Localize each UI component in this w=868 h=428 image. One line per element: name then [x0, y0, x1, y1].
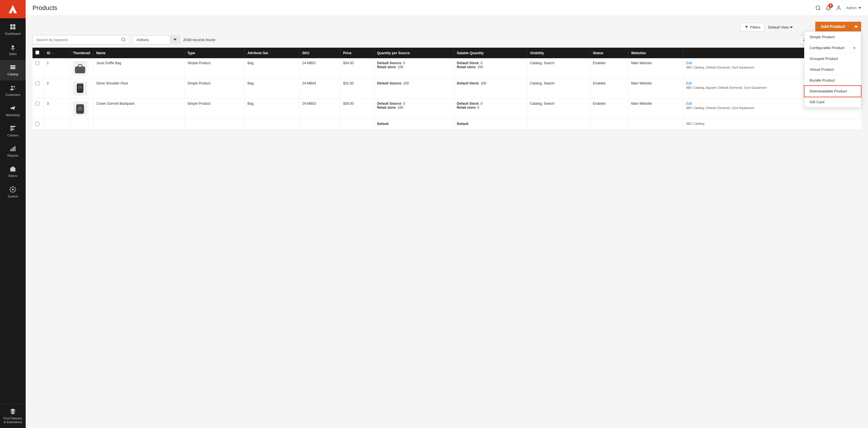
catalog-icon	[9, 64, 16, 71]
sidebar-item-dashboard[interactable]: Dashboard	[0, 20, 26, 40]
logo[interactable]	[0, 0, 26, 18]
row2-edit-link[interactable]: Edit	[686, 81, 692, 85]
dropdown-item-virtual[interactable]: Virtual Product	[804, 64, 861, 75]
row2-visibility: Catalog, Search	[527, 79, 590, 99]
row2-price: $32.00	[340, 79, 374, 99]
sidebar-item-system-label: System	[8, 195, 18, 198]
svg-rect-15	[10, 127, 13, 129]
sidebar-item-marketing[interactable]: Marketing	[0, 101, 26, 121]
th-visibility: Visibility	[527, 48, 590, 58]
dropdown-item-simple[interactable]: Simple Product	[804, 32, 861, 42]
sidebar-item-customers[interactable]: Customers	[0, 81, 26, 101]
content-icon	[9, 125, 16, 132]
table-row: 1 Joust Duffle Bag	[32, 58, 861, 79]
sidebar-item-reports[interactable]: Reports	[0, 141, 26, 162]
sidebar-item-find-partners[interactable]: Find Partners & Extensions	[0, 404, 26, 428]
add-product-toggle-button[interactable]	[851, 22, 861, 31]
sidebar: Dashboard Sales Catalog Customers Market…	[0, 0, 26, 428]
search-box-icon	[121, 37, 126, 42]
products-table: ID ↓ Thumbnail Name Type Attribute Set	[32, 48, 861, 130]
svg-rect-29	[75, 67, 85, 73]
dropdown-item-downloadable[interactable]: Downloadable Product	[804, 86, 861, 97]
row4-status	[590, 119, 628, 130]
sidebar-item-system[interactable]: System	[0, 182, 26, 202]
sidebar-item-sales-label: Sales	[9, 52, 17, 56]
row1-type: Simple Product	[184, 58, 245, 79]
svg-rect-11	[10, 68, 16, 69]
row2-thumbnail	[70, 79, 93, 99]
row3-checkbox-cell	[32, 99, 44, 119]
row3-name: Crown Summit Backpack	[93, 99, 184, 119]
system-icon	[9, 186, 16, 193]
filter-icon	[745, 25, 749, 29]
user-menu-button[interactable]	[836, 5, 841, 11]
actions-select[interactable]: Actions	[133, 36, 170, 44]
row4-sku	[299, 119, 340, 130]
user-area[interactable]: Admin	[846, 6, 861, 10]
row1-thumb-img	[73, 61, 87, 75]
row3-checkbox[interactable]	[35, 102, 39, 106]
row2-salable-qty: Default Stock: 100	[454, 79, 527, 99]
svg-rect-32	[78, 86, 82, 89]
dropdown-item-grouped[interactable]: Grouped Product	[804, 53, 861, 64]
search-button[interactable]	[815, 5, 821, 11]
sidebar-item-stores[interactable]: Stores	[0, 162, 26, 182]
row1-visibility: Catalog, Search	[527, 58, 590, 79]
row3-edit-link[interactable]: Edit	[686, 102, 692, 106]
table-row: 3 Crown Summit Backpack	[32, 99, 861, 119]
select-all-checkbox[interactable]	[35, 51, 39, 55]
row1-edit-link[interactable]: Edit	[686, 61, 692, 65]
svg-point-26	[838, 6, 840, 8]
row4-checkbox[interactable]	[35, 122, 39, 126]
filters-button[interactable]: Filters	[740, 23, 765, 32]
row2-checkbox-cell	[32, 79, 44, 99]
svg-rect-17	[10, 131, 12, 131]
actions-select-wrapper: Actions	[133, 35, 180, 44]
sidebar-item-content-label: Content	[7, 134, 19, 137]
th-checkbox	[32, 48, 44, 58]
svg-rect-21	[14, 146, 16, 151]
dropdown-item-gift-card[interactable]: Gift Card	[804, 97, 861, 107]
sidebar-item-content[interactable]: Content	[0, 121, 26, 141]
row3-visibility: Catalog, Search	[527, 99, 590, 119]
actions-dropdown-arrow[interactable]	[170, 36, 180, 44]
search-input[interactable]	[36, 38, 119, 42]
th-quantity-per-source: Quantity per Source	[374, 48, 454, 58]
svg-point-24	[816, 6, 820, 9]
row2-checkbox[interactable]	[35, 81, 39, 85]
svg-rect-2	[10, 24, 12, 27]
sidebar-item-catalog[interactable]: Catalog	[0, 60, 26, 80]
row1-checkbox[interactable]	[35, 61, 39, 65]
row4-type	[184, 119, 245, 130]
dropdown-item-configurable[interactable]: Configurable Product	[804, 42, 861, 53]
sidebar-item-find-partners-label: Find Partners & Extensions	[2, 417, 23, 424]
sidebar-item-dashboard-label: Dashboard	[5, 32, 21, 36]
th-sku: SKU	[299, 48, 340, 58]
dropdown-item-bundle[interactable]: Bundle Product	[804, 75, 861, 86]
th-attribute-set: Attribute Set	[245, 48, 299, 58]
svg-rect-30	[79, 66, 82, 67]
extensions-icon	[9, 408, 16, 415]
row2-attribute-set: Bag	[245, 79, 299, 99]
page-content: Add Product Simple Product Configurable …	[26, 16, 868, 428]
row3-sku: 24-MB03	[299, 99, 340, 119]
user-icon	[836, 5, 841, 11]
svg-point-13	[14, 86, 15, 87]
row2-thumb-img	[73, 81, 87, 95]
table-row: 2 Strive Shoulder Pack	[32, 79, 861, 99]
add-product-button[interactable]: Add Product	[815, 22, 851, 31]
th-price: Price	[340, 48, 374, 58]
sidebar-item-sales[interactable]: Sales	[0, 40, 26, 60]
sidebar-item-reports-label: Reports	[7, 154, 19, 158]
notifications-button[interactable]: 4	[826, 5, 831, 11]
svg-rect-20	[13, 147, 14, 151]
customers-icon	[9, 84, 16, 91]
row3-attribute-set: Bag	[245, 99, 299, 119]
sidebar-item-stores-label: Stores	[8, 174, 18, 178]
records-count: 2048 records found	[183, 38, 215, 42]
row3-status: Enabled	[590, 99, 628, 119]
row1-salable-qty: Default Stock: 0 Retail store: 100	[454, 58, 527, 79]
row1-price: $34.00	[340, 58, 374, 79]
row3-price: $38.00	[340, 99, 374, 119]
reports-icon	[9, 145, 16, 152]
